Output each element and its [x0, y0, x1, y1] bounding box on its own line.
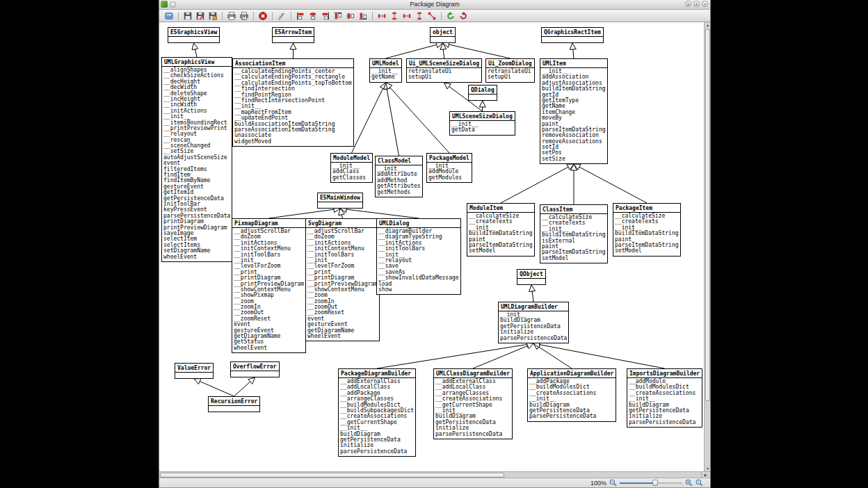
class-box-Ui_UMLSceneSizeDialog[interactable]: Ui_UMLSceneSizeDialogretranslateUisetupU… [406, 58, 482, 83]
class-members: retranslateUisetupUi [486, 68, 534, 82]
class-name: PixmapDiagram [232, 219, 305, 228]
class-box-UMLDialog[interactable]: UMLDialog__diagramBuilder__diagramTypeSt… [376, 218, 461, 295]
zoom-slider-thumb[interactable] [652, 480, 658, 486]
align-bottom-icon[interactable] [357, 10, 369, 22]
class-box-ModuleItem[interactable]: ModuleItem__calculateSize__createTexts__… [467, 203, 535, 257]
class-name: E5GraphicsView [168, 28, 219, 37]
class-box-QGraphicsRectItem[interactable]: QGraphicsRectItem [541, 27, 604, 43]
class-box-PackageModel[interactable]: PackageModel__init__addModulegetModules [426, 153, 472, 183]
class-box-UMLModel[interactable]: UMLModel__init__getName [369, 58, 402, 83]
class-name: Ui_ZoomDialog [486, 59, 534, 68]
class-box-UMLSceneSizeDialog[interactable]: UMLSceneSizeDialog__init__getData [449, 111, 515, 136]
class-members: __addModule__buildModulesDict__createAss… [627, 378, 702, 427]
resize-vertically-icon[interactable] [414, 10, 425, 22]
class-box-QDialog[interactable]: QDialog [468, 85, 497, 101]
save-image-icon[interactable] [207, 10, 218, 22]
class-members: __addPackage__buildModulesDict__createAs… [528, 378, 616, 421]
class-members: __alignShapes__checkSizeActions__decHeig… [162, 67, 232, 261]
class-box-UMLClassDiagramBuilder[interactable]: UMLClassDiagramBuilder__addExternalClass… [433, 368, 513, 439]
class-box-object[interactable]: object [430, 27, 456, 43]
save-icon[interactable] [182, 10, 193, 22]
class-members: __addExternalClass__addLocalClass__arran… [434, 378, 512, 439]
resize-horizontally-icon[interactable] [401, 10, 412, 22]
delete-icon[interactable] [257, 10, 268, 22]
class-box-ModuleModel[interactable]: ModuleModel__init__addClassgetClasses [330, 153, 373, 183]
class-box-SvgDiagram[interactable]: SvgDiagram__adjustScrollBar__doZoom__ini… [305, 218, 380, 341]
class-name: Ui_UMLSceneSizeDialog [407, 59, 481, 68]
class-box-E5ArrowItem[interactable]: E5ArrowItem [272, 27, 314, 43]
print-icon[interactable] [226, 10, 237, 22]
shade-button[interactable]: ∨ [685, 1, 691, 7]
class-box-ClassItem[interactable]: ClassItem__calculateSize__createTexts__i… [540, 204, 608, 263]
class-member: show [378, 287, 459, 293]
toolbar-separator [291, 12, 291, 20]
align-vcenter-icon[interactable] [345, 10, 356, 22]
class-members: __calculateSize__createTexts__init__buil… [613, 213, 680, 256]
vertical-scrollbar[interactable]: ▲ ▼ [704, 22, 710, 471]
scroll-up-arrow-icon[interactable]: ▲ [705, 23, 711, 27]
align-top-icon[interactable] [332, 10, 344, 22]
class-member: wheelEvent [307, 334, 378, 339]
zoom-in-icon[interactable] [685, 479, 693, 487]
close-button[interactable]: × [702, 1, 708, 7]
zoom-out-icon[interactable] [609, 479, 617, 487]
class-member: getClasses [332, 175, 371, 181]
resize-both-icon[interactable] [426, 10, 437, 22]
class-box-PackageItem[interactable]: PackageItem__calculateSize__createTexts_… [613, 203, 681, 257]
class-box-PackageDiagramBuilder[interactable]: PackageDiagramBuilder__addExternalClass_… [338, 368, 416, 457]
class-box-E5MainWindow[interactable]: E5MainWindow [317, 193, 363, 209]
class-box-QObject[interactable]: QObject [517, 269, 546, 285]
print-preview-icon[interactable] [239, 10, 250, 22]
class-box-UMLItem[interactable]: UMLItem__init__addAssociationadjustAssoc… [540, 58, 608, 164]
class-box-RecursionError[interactable]: RecursionError [208, 396, 260, 412]
align-left-icon[interactable] [295, 10, 306, 22]
maximize-button[interactable]: ∧ [693, 1, 700, 7]
align-right-icon[interactable] [320, 10, 331, 22]
save-as-icon[interactable] [195, 10, 206, 22]
class-box-UMLGraphicsView[interactable]: UMLGraphicsView__alignShapes__checkSizeA… [161, 57, 232, 262]
zoom-slider[interactable] [620, 479, 682, 487]
class-member: getName [371, 74, 400, 80]
class-box-ValueError[interactable]: ValueError [175, 363, 214, 379]
class-name: QDialog [469, 86, 497, 95]
class-box-ClassModel[interactable]: ClassModel__init__addAttributeaddMethodg… [375, 156, 423, 197]
titlebar[interactable]: Package Diagram ∨∧× [159, 0, 710, 10]
class-members [209, 406, 259, 412]
class-members [175, 373, 213, 378]
class-box-AssociationItem[interactable]: AssociationItem__calculateEndingPoints_c… [232, 58, 354, 147]
scroll-right-arrow-icon[interactable]: ▶ [701, 472, 709, 478]
class-name: UMLDiagramBuilder [499, 302, 568, 311]
align-hcenter-icon[interactable] [307, 10, 319, 22]
vertical-scrollbar-thumb[interactable] [705, 29, 710, 401]
horizontal-scrollbar[interactable]: ▶ [159, 471, 710, 478]
class-box-OverflowError[interactable]: OverflowError [230, 361, 280, 377]
class-name: QGraphicsRectItem [542, 28, 603, 37]
class-box-ImportsDiagramBuilder[interactable]: ImportsDiagramBuilder__addModule__buildM… [627, 368, 702, 428]
space-horizontally-icon[interactable] [376, 10, 387, 22]
class-box-UMLDiagramBuilder[interactable]: UMLDiagramBuilder__init__buildDiagramget… [498, 302, 569, 343]
class-member: wheelEvent [234, 345, 304, 351]
scroll-down-arrow-icon[interactable]: ▼ [705, 466, 711, 471]
class-box-ApplicationDiagramBuilder[interactable]: ApplicationDiagramBuilder__addPackage__b… [527, 368, 616, 422]
class-member: parsePersistenceData [435, 432, 511, 437]
class-box-Ui_ZoomDialog[interactable]: Ui_ZoomDialogretranslateUisetupUi [485, 58, 535, 83]
zoom-reset-icon[interactable] [696, 479, 703, 487]
redo-icon[interactable] [445, 10, 456, 22]
class-name: UMLDialog [377, 219, 460, 228]
package-diagram-window: Package Diagram ∨∧× E5GraphicsViewE5Arro… [159, 0, 711, 488]
toolbar-separator [272, 12, 273, 20]
horizontal-scrollbar-thumb[interactable] [160, 473, 504, 478]
class-members: __init__addClassgetClasses [331, 163, 372, 182]
class-members [431, 37, 455, 42]
diagram-canvas[interactable]: E5GraphicsViewE5ArrowItemobjectQGraphics… [159, 22, 705, 471]
class-name: ClassItem [540, 205, 607, 214]
class-box-PixmapDiagram[interactable]: PixmapDiagram__adjustScrollBar__doZoom__… [232, 218, 306, 353]
relayout-icon[interactable] [276, 10, 287, 22]
class-name: UMLGraphicsView [162, 58, 232, 67]
class-name: QObject [517, 270, 545, 279]
class-box-E5GraphicsView[interactable]: E5GraphicsView [168, 27, 220, 43]
space-vertically-icon[interactable] [389, 10, 400, 22]
close-window-icon[interactable] [163, 10, 175, 22]
class-name: UMLClassDiagramBuilder [434, 369, 512, 378]
undo-icon[interactable] [458, 10, 469, 22]
